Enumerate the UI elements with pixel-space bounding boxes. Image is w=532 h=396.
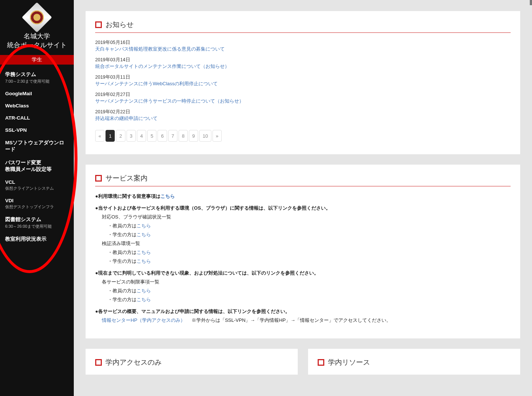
sidebar-item-2[interactable]: WebClass: [0, 100, 74, 112]
news-item: 2019年03月14日統合ポータルサイトのメンテナンス作業について（お知らせ）: [95, 57, 511, 70]
sg-b3-teacher-link[interactable]: こちら: [137, 288, 151, 293]
sg-b4-link[interactable]: 情報センターHP（学内アクセスのみ）: [102, 317, 185, 323]
news-item: 2019年05月16日天白キャンパス情報処理教室更改に係る意見の募集について: [95, 39, 511, 52]
sg-b2-l1: 対応OS、ブラウザ確認状況一覧: [102, 214, 511, 220]
page-button-6[interactable]: 6: [158, 130, 167, 142]
sidebar-item-label: GoogleMail: [5, 91, 32, 96]
page-button-9[interactable]: 9: [189, 130, 198, 142]
sidebar-item-10[interactable]: 教室利用状況表示: [0, 233, 74, 246]
sg-b3-l1: 各サービスの制限事項一覧: [102, 279, 511, 285]
bottom-row: 学内アクセスのみ 学内リソース: [86, 349, 520, 375]
sg-b2-teacher-link[interactable]: こちら: [137, 223, 151, 228]
sidebar-item-label: SSL-VPN: [5, 127, 27, 133]
page-button-«[interactable]: «: [95, 130, 104, 142]
news-item: 2019年02月27日サーバメンテナンスに伴うサービスの一時停止について（お知ら…: [95, 92, 511, 104]
sidebar-item-3[interactable]: ATR-CALL: [0, 112, 74, 124]
sg-b1-prefix: ●利用環境に関する留意事項は: [95, 193, 160, 199]
sg-bullet-1: ●利用環境に関する留意事項はこちら: [95, 193, 511, 200]
sg-b2-student-link[interactable]: こちら: [137, 232, 151, 237]
news-link[interactable]: 統合ポータルサイトのメンテナンス作業について（お知らせ）: [95, 63, 229, 69]
news-item: 2019年02月22日持込端末の継続申請について: [95, 109, 511, 122]
sg-bullet-3: ●現在までに判明している利用できない現象、および対処法については、以下のリンクを…: [95, 270, 511, 276]
sidebar-item-1[interactable]: GoogleMail: [0, 88, 74, 100]
news-link[interactable]: 持込端末の継続申請について: [95, 116, 158, 121]
internal-resource-header: 学内リソース: [318, 358, 511, 367]
sg-b4-note: ※学外からは「SSL-VPN」→「学内情報HP」→「情報センター」でアクセスして…: [187, 317, 391, 323]
sg-b2-student: ・学生の方はこちら: [108, 231, 511, 238]
sg-b2v-student: ・学生の方はこちら: [108, 258, 511, 265]
page-button-1[interactable]: 1: [106, 130, 115, 142]
sg-b3-teacher: ・教員の方はこちら: [108, 287, 511, 294]
university-logo: [22, 2, 52, 32]
square-icon: [318, 359, 324, 366]
sg-b3-student-link[interactable]: こちら: [137, 297, 151, 302]
sidebar-item-4[interactable]: SSL-VPN: [0, 124, 74, 137]
news-list: 2019年05月16日天白キャンパス情報処理教室更改に係る意見の募集について20…: [95, 39, 511, 122]
news-item: 2019年03月11日サーバメンテナンスに伴うWebClassの利用停止について: [95, 74, 511, 87]
sidebar-item-7[interactable]: VCL仮想クライアントシステム: [0, 176, 74, 195]
news-card: お知らせ 2019年05月16日天白キャンパス情報処理教室更改に係る意見の募集に…: [86, 11, 520, 154]
scroll-indicator: [530, 0, 532, 5]
news-date: 2019年03月14日: [95, 57, 511, 63]
sg-bullet-4: ●各サービスの概要、マニュアルおよび申請に関する情報は、以下リンクを参照ください…: [95, 308, 511, 315]
news-header: お知らせ: [95, 20, 511, 33]
sidebar-item-label: 教室利用状況表示: [5, 236, 46, 242]
sidebar-item-5[interactable]: MSソフトウェアダウンロード: [0, 137, 74, 156]
internal-resource-title: 学内リソース: [328, 358, 370, 367]
news-title: お知らせ: [106, 20, 134, 30]
sidebar-item-label: MSソフトウェアダウンロード: [5, 140, 64, 152]
site-title-line2: 統合ポータルサイト: [7, 41, 67, 49]
sidebar-nav: 学務システム7:00～2:30まで使用可能GoogleMailWebClassA…: [0, 65, 74, 250]
service-guide-card: サービス案内 ●利用環境に関する留意事項はこちら ●当サイトおよび各サービスを利…: [86, 165, 520, 338]
sg-b3-student: ・学生の方はこちら: [108, 296, 511, 303]
sidebar-item-9[interactable]: 図書館システム6:30～26:00まで使用可能: [0, 213, 74, 233]
news-date: 2019年02月27日: [95, 92, 511, 98]
page-button-»[interactable]: »: [213, 130, 222, 142]
internal-access-card: 学内アクセスのみ: [86, 349, 298, 375]
sidebar-item-8[interactable]: VDI仮想デスクトップインフラ: [0, 195, 74, 213]
news-link[interactable]: サーバメンテナンスに伴うサービスの一時停止について（お知らせ）: [95, 98, 244, 104]
sidebar: 名城大学 統合ポータルサイト 学生 学務システム7:00～2:30まで使用可能G…: [0, 0, 74, 396]
sidebar-item-label: 学務システム: [5, 72, 36, 77]
page-button-5[interactable]: 5: [147, 130, 156, 142]
sidebar-item-0[interactable]: 学務システム7:00～2:30まで使用可能: [0, 68, 74, 88]
page-button-2[interactable]: 2: [116, 130, 125, 142]
news-link[interactable]: サーバメンテナンスに伴うWebClassの利用停止について: [95, 81, 218, 86]
sg-b2v-student-prefix: ・学生の方は: [108, 258, 137, 264]
page-button-7[interactable]: 7: [168, 130, 177, 142]
sg-b2v-teacher: ・教員の方はこちら: [108, 249, 511, 256]
news-link[interactable]: 天白キャンパス情報処理教室更改に係る意見の募集について: [95, 46, 225, 52]
sidebar-item-6[interactable]: パスワード変更教職員メール設定等: [0, 156, 74, 176]
sg-b2v-student-link[interactable]: こちら: [137, 258, 151, 264]
sidebar-item-note: 仮想クライアントシステム: [5, 186, 69, 191]
news-date: 2019年05月16日: [95, 39, 511, 46]
page-button-8[interactable]: 8: [179, 130, 188, 142]
sg-b4-row: 情報センターHP（学内アクセスのみ） ※学外からは「SSL-VPN」→「学内情報…: [102, 317, 511, 324]
square-icon: [95, 359, 102, 366]
sidebar-item-label: 図書館システム: [5, 217, 41, 222]
sg-b3-student-prefix: ・学生の方は: [108, 297, 137, 302]
sidebar-item-note: 仮想デスクトップインフラ: [5, 204, 69, 210]
sg-bullet-2: ●当サイトおよび各サービスを利用する環境（OS、ブラウザ）に関する情報は、以下リ…: [95, 205, 511, 211]
site-title: 名城大学 統合ポータルサイト: [4, 32, 70, 50]
sg-b2v-teacher-link[interactable]: こちら: [137, 249, 151, 255]
sg-b1-link[interactable]: こちら: [160, 193, 175, 199]
sg-b2-teacher-prefix: ・教員の方は: [108, 223, 137, 228]
internal-access-title: 学内アクセスのみ: [106, 358, 162, 367]
page-button-3[interactable]: 3: [127, 130, 136, 142]
service-guide-body: ●利用環境に関する留意事項はこちら ●当サイトおよび各サービスを利用する環境（O…: [95, 193, 511, 324]
app-root: 名城大学 統合ポータルサイト 学生 学務システム7:00～2:30まで使用可能G…: [0, 0, 532, 396]
sidebar-item-note: 7:00～2:30まで使用可能: [5, 79, 69, 84]
sidebar-item-label: VCL: [5, 179, 15, 185]
page-button-10[interactable]: 10: [199, 130, 211, 142]
service-guide-title: サービス案内: [106, 173, 148, 183]
site-title-line1: 名城大学: [24, 32, 50, 40]
sg-b2v-teacher-prefix: ・教員の方は: [108, 249, 137, 255]
page-button-4[interactable]: 4: [137, 130, 146, 142]
internal-resource-card: 学内リソース: [308, 349, 520, 375]
logo-block: 名城大学 統合ポータルサイト: [0, 0, 74, 53]
sidebar-item-label: WebClass: [5, 103, 29, 109]
sg-b2-teacher: ・教員の方はこちら: [108, 223, 511, 229]
news-date: 2019年02月22日: [95, 109, 511, 115]
internal-access-header: 学内アクセスのみ: [95, 358, 288, 367]
